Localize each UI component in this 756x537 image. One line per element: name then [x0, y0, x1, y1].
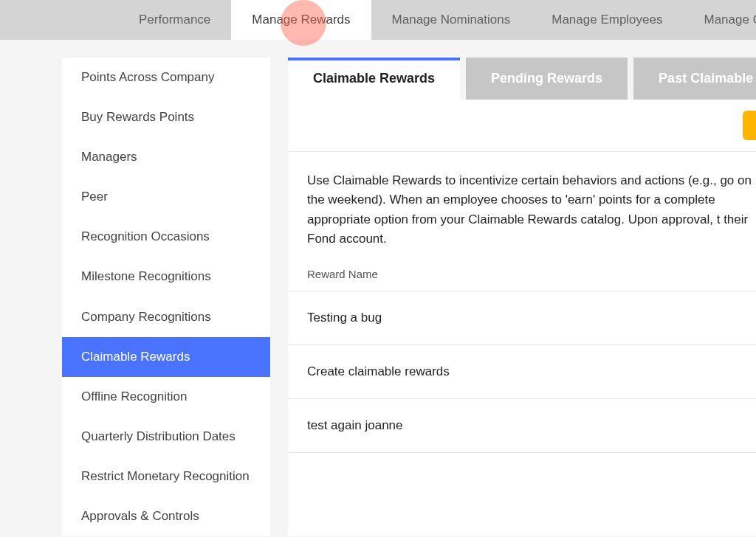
create-button[interactable] [743, 111, 756, 140]
nav-manage-catalog[interactable]: Manage Ca [684, 0, 757, 40]
sidebar: Points Across Company Buy Rewards Points… [62, 58, 270, 536]
content-tabs: Claimable Rewards Pending Rewards Past C… [288, 58, 756, 100]
sidebar-item-milestone-recognitions[interactable]: Milestone Recognitions [62, 257, 270, 297]
top-navigation: Performance Manage Rewards Manage Nomina… [0, 0, 756, 40]
main-content: Claimable Rewards Pending Rewards Past C… [288, 58, 756, 536]
nav-manage-employees[interactable]: Manage Employees [531, 0, 683, 40]
sidebar-item-quarterly-distribution-dates[interactable]: Quarterly Distribution Dates [62, 417, 270, 457]
sidebar-item-offline-recognition[interactable]: Offline Recognition [62, 377, 270, 417]
tab-pending-rewards[interactable]: Pending Rewards [466, 58, 628, 100]
nav-manage-rewards[interactable]: Manage Rewards [231, 0, 371, 40]
nav-performance[interactable]: Performance [118, 0, 231, 40]
table-row[interactable]: Create claimable rewards [288, 345, 756, 399]
nav-manage-nominations[interactable]: Manage Nominations [371, 0, 532, 40]
table-row[interactable]: test again joanne [288, 399, 756, 453]
tab-claimable-rewards[interactable]: Claimable Rewards [288, 58, 460, 100]
sidebar-item-claimable-rewards[interactable]: Claimable Rewards [62, 337, 270, 377]
sidebar-item-company-recognitions[interactable]: Company Recognitions [62, 297, 270, 337]
sidebar-item-buy-rewards-points[interactable]: Buy Rewards Points [62, 97, 270, 137]
column-header-reward-name: Reward Name [288, 268, 756, 291]
tab-past-claimable[interactable]: Past Claimable [633, 58, 756, 100]
sidebar-item-approvals-controls[interactable]: Approvals & Controls [62, 496, 270, 536]
table-row[interactable]: Testing a bug [288, 291, 756, 345]
description-text: Use Claimable Rewards to incentivize cer… [288, 152, 756, 268]
sidebar-item-restrict-monetary-recognition[interactable]: Restrict Monetary Recognition [62, 457, 270, 496]
sidebar-item-peer[interactable]: Peer [62, 177, 270, 217]
sidebar-item-points-across-company[interactable]: Points Across Company [62, 58, 270, 97]
sidebar-item-recognition-occasions[interactable]: Recognition Occasions [62, 217, 270, 257]
sidebar-item-managers[interactable]: Managers [62, 137, 270, 177]
